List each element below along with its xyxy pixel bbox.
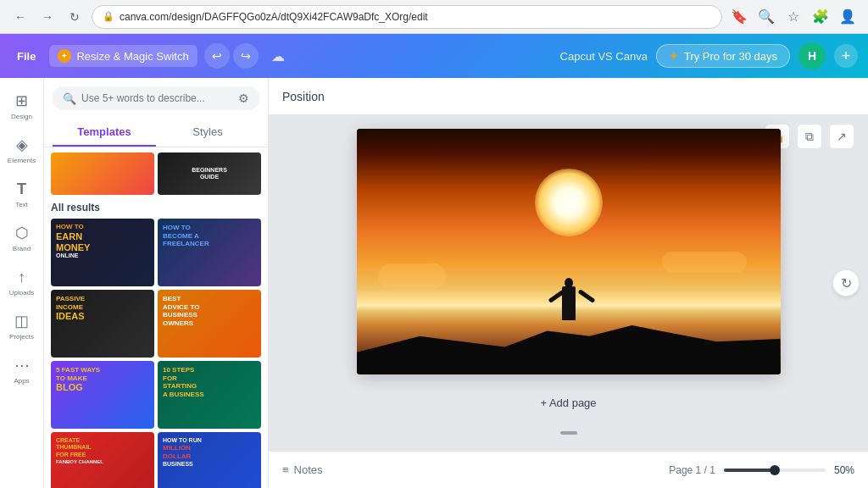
all-results-label: All results — [51, 202, 261, 214]
templates-scroll: BEGINNERSGUIDE All results HOW TOEARNMON… — [44, 147, 268, 488]
template-card-thumbnail[interactable]: CREATETHUMBNAILFOR FREEFANBOY CHANNEL — [51, 432, 154, 488]
template-card-business-advice[interactable]: BESTADVICE TOBUSINESSOWNERS — [158, 290, 261, 358]
design-canvas[interactable] — [357, 129, 781, 374]
template-card-blog[interactable]: 5 FAST WAYSTO MAKEBLOG — [51, 361, 154, 429]
back-button[interactable]: ← — [10, 7, 31, 27]
toolbar-left: File ✦ Resize & Magic Switch ↩ ↪ ☁ — [10, 43, 554, 69]
search-icon[interactable]: 🔍 — [756, 7, 776, 27]
copy-button[interactable]: ⧉ — [797, 124, 822, 149]
refresh-canvas-button[interactable]: ↻ — [832, 269, 860, 297]
projects-label: Projects — [9, 333, 34, 341]
page-info: Page 1 / 1 50% — [669, 464, 854, 476]
try-pro-button[interactable]: ✦ Try Pro for 30 days — [656, 44, 790, 68]
cloud-left — [378, 263, 446, 289]
forward-button[interactable]: → — [37, 7, 58, 27]
icon-sidebar: ⊞ Design ◈ Elements T Text ⬡ Brand ↑ Upl… — [0, 78, 44, 488]
app-container: File ✦ Resize & Magic Switch ↩ ↪ ☁ Capcu… — [0, 34, 868, 488]
template-card-freelancer[interactable]: HOW TOBECOME AFREELANCER — [158, 219, 261, 286]
file-menu-button[interactable]: File — [10, 47, 42, 66]
page-number-label: Page 1 / 1 — [669, 464, 715, 476]
top-toolbar: File ✦ Resize & Magic Switch ↩ ↪ ☁ Capcu… — [0, 34, 868, 78]
resize-icon: ✦ — [58, 49, 71, 63]
sidebar-item-design[interactable]: ⊞ Design — [3, 85, 41, 127]
redo-button[interactable]: ↪ — [233, 43, 259, 69]
resize-magic-switch-button[interactable]: ✦ Resize & Magic Switch — [49, 45, 197, 67]
bottom-bar: ≡ Notes Page 1 / 1 50% — [269, 451, 868, 488]
top-thumb-2[interactable]: BEGINNERSGUIDE — [158, 152, 261, 195]
templates-panel: 🔍 ⚙ Templates Styles BEGINNERSGUIDE All … — [44, 78, 269, 488]
sunset-background — [357, 129, 781, 374]
sidebar-item-apps[interactable]: ⋯ Apps — [3, 349, 41, 391]
sidebar-item-elements[interactable]: ◈ Elements — [3, 129, 41, 171]
design-label: Design — [11, 113, 32, 120]
sidebar-item-uploads[interactable]: ↑ Uploads — [3, 261, 41, 303]
bookmark-icon[interactable]: 🔖 — [729, 7, 749, 27]
template-grid: HOW TOEARNMONEYONLINE HOW TOBECOME AFREE… — [51, 219, 261, 488]
url-text: canva.com/design/DAGFFQGo0zA/dtQ9Xi42FCA… — [120, 11, 428, 23]
template-card-starting-business[interactable]: 10 STEPSFORSTARTINGA BUSINESS — [158, 361, 261, 429]
uploads-label: Uploads — [9, 289, 34, 297]
zoom-thumb — [770, 465, 780, 475]
brand-icon: ⬡ — [15, 224, 29, 242]
rock-base — [357, 320, 781, 374]
elements-icon: ◈ — [16, 136, 28, 154]
search-icon: 🔍 — [63, 92, 76, 105]
apps-label: Apps — [14, 377, 29, 385]
zoom-track — [724, 469, 775, 472]
template-card-passive[interactable]: PASSIVEINCOMEIDEAS — [51, 290, 154, 358]
browser-actions: 🔖 🔍 ☆ 🧩 👤 — [729, 7, 858, 27]
filter-icon[interactable]: ⚙ — [238, 92, 249, 105]
share-button[interactable]: ↗ — [829, 124, 854, 149]
tab-templates[interactable]: Templates — [53, 119, 156, 147]
template-card-earn[interactable]: HOW TOEARNMONEYONLINE — [51, 219, 154, 286]
template-card-million-dollar[interactable]: HOW TO RUNMILLIONDOLLARBUSINESS — [158, 432, 261, 488]
sidebar-item-text[interactable]: T Text — [3, 173, 41, 215]
sidebar-item-projects[interactable]: ◫ Projects — [3, 305, 41, 347]
sidebar-item-brand[interactable]: ⬡ Brand — [3, 217, 41, 259]
page-dot — [560, 431, 577, 435]
apps-icon: ⋯ — [14, 356, 30, 374]
position-label: Position — [282, 90, 325, 103]
browser-chrome: ← → ↻ 🔒 canva.com/design/DAGFFQGo0zA/dtQ… — [0, 0, 868, 34]
text-label: Text — [15, 201, 28, 208]
cloud-right — [662, 252, 747, 273]
design-icon: ⊞ — [15, 92, 28, 110]
canvas-content: 🔒 ⧉ ↗ — [269, 115, 868, 451]
url-bar[interactable]: 🔒 canva.com/design/DAGFFQGo0zA/dtQ9Xi42F… — [92, 5, 722, 29]
search-input[interactable] — [81, 92, 233, 104]
resize-label: Resize & Magic Switch — [76, 50, 188, 63]
canvas-topbar: Position — [269, 78, 868, 115]
zoom-slider[interactable] — [724, 469, 826, 472]
zoom-label: 50% — [834, 464, 854, 476]
profile-icon[interactable]: 👤 — [837, 7, 858, 27]
plus-button[interactable]: + — [834, 44, 858, 68]
star-bookmark-icon[interactable]: ☆ — [783, 7, 804, 27]
toolbar-history: ↩ ↪ — [204, 43, 259, 69]
capcut-label: Capcut VS Canva — [560, 50, 648, 63]
sun-glow — [535, 169, 603, 236]
top-thumb-1[interactable] — [51, 152, 154, 195]
text-icon: T — [17, 180, 26, 198]
avatar-button[interactable]: H — [798, 42, 826, 69]
main-area: ⊞ Design ◈ Elements T Text ⬡ Brand ↑ Upl… — [0, 78, 868, 488]
extension-icon[interactable]: 🧩 — [810, 7, 831, 27]
canvas-area: Position 🔒 ⧉ ↗ — [269, 78, 868, 488]
reload-button[interactable]: ↻ — [64, 7, 85, 27]
notes-icon: ≡ — [282, 463, 289, 476]
elements-label: Elements — [8, 157, 36, 164]
notes-button[interactable]: ≡ Notes — [282, 463, 323, 476]
undo-button[interactable]: ↩ — [204, 43, 230, 69]
uploads-icon: ↑ — [18, 269, 25, 286]
search-bar: 🔍 ⚙ — [53, 86, 259, 110]
toolbar-right: Capcut VS Canva ✦ Try Pro for 30 days H … — [560, 42, 858, 69]
person-arm-right — [577, 289, 595, 303]
tab-styles[interactable]: Styles — [156, 119, 259, 147]
add-page-area: + Add page — [523, 391, 613, 419]
add-page-button[interactable]: + Add page — [523, 391, 613, 414]
brand-label: Brand — [13, 245, 31, 252]
projects-icon: ◫ — [14, 312, 29, 330]
tab-row: Templates Styles — [44, 119, 268, 147]
cloud-save-button[interactable]: ☁ — [265, 43, 291, 69]
try-pro-label: Try Pro for 30 days — [684, 50, 777, 63]
lock-icon: 🔒 — [103, 11, 114, 22]
